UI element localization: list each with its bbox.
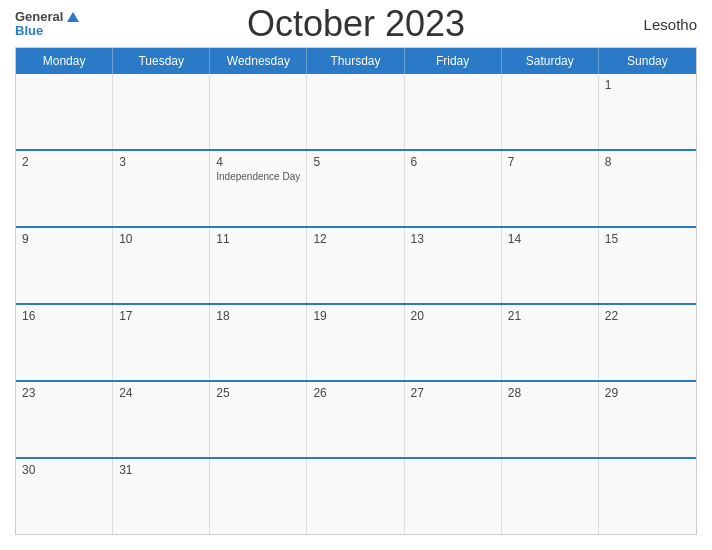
day-number: 14 (508, 232, 592, 246)
logo: General Blue (15, 10, 79, 39)
logo-triangle-icon (67, 12, 79, 22)
day-number: 6 (411, 155, 495, 169)
day-cell: 29 (599, 382, 696, 457)
day-number: 10 (119, 232, 203, 246)
day-cell: 30 (16, 459, 113, 534)
day-cell: 31 (113, 459, 210, 534)
day-cell: 6 (405, 151, 502, 226)
day-cell: 25 (210, 382, 307, 457)
day-number: 8 (605, 155, 690, 169)
day-number: 23 (22, 386, 106, 400)
logo-general-text: General (15, 10, 63, 24)
day-number: 13 (411, 232, 495, 246)
day-cell: 5 (307, 151, 404, 226)
calendar-container: General Blue October 2023 Lesotho Monday… (0, 0, 712, 550)
day-header-thursday: Thursday (307, 48, 404, 74)
day-number: 5 (313, 155, 397, 169)
day-cell: 12 (307, 228, 404, 303)
day-cell: 11 (210, 228, 307, 303)
logo-blue-text: Blue (15, 24, 43, 38)
day-cell: 21 (502, 305, 599, 380)
day-header-friday: Friday (405, 48, 502, 74)
day-cell (502, 74, 599, 149)
day-number: 2 (22, 155, 106, 169)
country-label: Lesotho (644, 16, 697, 33)
week-row-5: 23242526272829 (16, 380, 696, 457)
day-number: 1 (605, 78, 690, 92)
day-cell: 17 (113, 305, 210, 380)
day-number: 22 (605, 309, 690, 323)
day-number: 30 (22, 463, 106, 477)
day-cell: 20 (405, 305, 502, 380)
day-number: 26 (313, 386, 397, 400)
day-number: 7 (508, 155, 592, 169)
day-number: 28 (508, 386, 592, 400)
day-event: Independence Day (216, 171, 300, 182)
day-number: 9 (22, 232, 106, 246)
day-number: 16 (22, 309, 106, 323)
day-header-wednesday: Wednesday (210, 48, 307, 74)
day-cell: 16 (16, 305, 113, 380)
day-cell: 27 (405, 382, 502, 457)
day-cell (307, 74, 404, 149)
day-cell: 24 (113, 382, 210, 457)
week-row-4: 16171819202122 (16, 303, 696, 380)
day-cell (599, 459, 696, 534)
day-cell: 23 (16, 382, 113, 457)
day-number: 24 (119, 386, 203, 400)
calendar-title: October 2023 (247, 3, 465, 45)
day-number: 31 (119, 463, 203, 477)
day-number: 29 (605, 386, 690, 400)
week-row-6: 3031 (16, 457, 696, 534)
day-cell: 2 (16, 151, 113, 226)
day-number: 27 (411, 386, 495, 400)
day-cell: 10 (113, 228, 210, 303)
day-number: 12 (313, 232, 397, 246)
day-number: 19 (313, 309, 397, 323)
day-cell: 15 (599, 228, 696, 303)
day-headers-row: MondayTuesdayWednesdayThursdayFridaySatu… (16, 48, 696, 74)
day-cell: 18 (210, 305, 307, 380)
weeks-container: 1234Independence Day56789101112131415161… (16, 74, 696, 534)
day-header-monday: Monday (16, 48, 113, 74)
week-row-3: 9101112131415 (16, 226, 696, 303)
week-row-2: 234Independence Day5678 (16, 149, 696, 226)
day-header-tuesday: Tuesday (113, 48, 210, 74)
day-cell: 9 (16, 228, 113, 303)
day-number: 20 (411, 309, 495, 323)
day-cell (502, 459, 599, 534)
day-cell (405, 459, 502, 534)
day-cell: 28 (502, 382, 599, 457)
day-number: 3 (119, 155, 203, 169)
day-cell: 13 (405, 228, 502, 303)
calendar-header: General Blue October 2023 Lesotho (15, 10, 697, 39)
day-cell (16, 74, 113, 149)
day-cell: 4Independence Day (210, 151, 307, 226)
day-cell (210, 459, 307, 534)
day-cell (307, 459, 404, 534)
day-cell (210, 74, 307, 149)
day-cell (113, 74, 210, 149)
day-cell (405, 74, 502, 149)
day-number: 18 (216, 309, 300, 323)
day-number: 11 (216, 232, 300, 246)
day-number: 21 (508, 309, 592, 323)
calendar-grid: MondayTuesdayWednesdayThursdayFridaySatu… (15, 47, 697, 535)
day-cell: 14 (502, 228, 599, 303)
day-number: 4 (216, 155, 300, 169)
day-cell: 8 (599, 151, 696, 226)
day-cell: 3 (113, 151, 210, 226)
day-cell: 22 (599, 305, 696, 380)
week-row-1: 1 (16, 74, 696, 149)
day-header-sunday: Sunday (599, 48, 696, 74)
day-cell: 7 (502, 151, 599, 226)
day-cell: 26 (307, 382, 404, 457)
day-header-saturday: Saturday (502, 48, 599, 74)
day-cell: 1 (599, 74, 696, 149)
day-number: 15 (605, 232, 690, 246)
day-number: 25 (216, 386, 300, 400)
day-cell: 19 (307, 305, 404, 380)
day-number: 17 (119, 309, 203, 323)
